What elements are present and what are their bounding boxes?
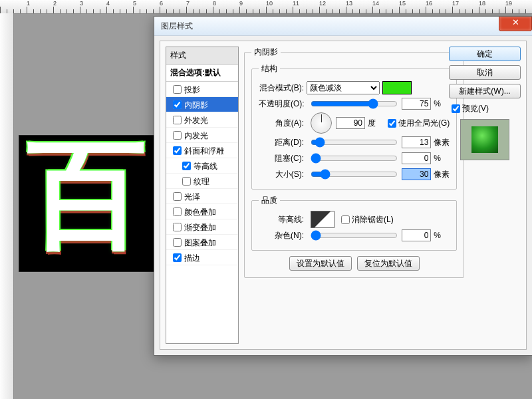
antialias-label: 消除锯齿(L) bbox=[352, 214, 394, 225]
preview-thumbnail bbox=[460, 119, 509, 160]
style-label: 外发光 bbox=[184, 116, 208, 125]
style-label: 渐变叠加 bbox=[184, 223, 216, 232]
styles-column: 样式 混合选项:默认 投影内阴影外发光内发光斜面和浮雕等高线纹理光泽颜色叠加渐变… bbox=[166, 47, 239, 344]
style-label: 纹理 bbox=[194, 177, 209, 186]
style-checkbox[interactable] bbox=[173, 238, 182, 247]
style-checkbox[interactable] bbox=[173, 253, 182, 262]
style-label: 图案叠加 bbox=[184, 238, 216, 247]
noise-unit: % bbox=[434, 231, 450, 240]
size-slider[interactable] bbox=[311, 169, 398, 180]
preview-checkbox[interactable] bbox=[452, 104, 460, 113]
style-label: 斜面和浮雕 bbox=[184, 146, 224, 156]
contour-picker[interactable] bbox=[311, 211, 334, 228]
style-checkbox[interactable] bbox=[173, 116, 182, 124]
style-checkbox[interactable] bbox=[173, 192, 182, 201]
style-checkbox[interactable] bbox=[173, 207, 182, 216]
blend-mode-label: 混合模式(B): bbox=[259, 82, 304, 94]
style-item-光泽[interactable]: 光泽 bbox=[166, 189, 238, 204]
style-checkbox[interactable] bbox=[173, 131, 182, 140]
dialog-titlebar[interactable]: 图层样式 ✕ bbox=[154, 17, 532, 36]
choke-input[interactable] bbox=[402, 152, 431, 164]
style-label: 内阴影 bbox=[184, 100, 208, 110]
use-global-light[interactable] bbox=[388, 119, 396, 128]
group-quality-title: 品质 bbox=[259, 195, 280, 206]
blend-mode-select[interactable]: 颜色减淡 bbox=[307, 81, 380, 94]
close-button[interactable]: ✕ bbox=[499, 17, 532, 31]
ruler-horizontal: 12345678910111213141516171819 bbox=[0, 0, 532, 14]
opacity-slider[interactable] bbox=[311, 98, 398, 109]
distance-unit: 像素 bbox=[434, 137, 450, 148]
panel-title: 内阴影 bbox=[251, 47, 281, 58]
style-label: 内发光 bbox=[184, 131, 208, 140]
angle-input[interactable] bbox=[336, 117, 365, 129]
new-style-button[interactable]: 新建样式(W)... bbox=[449, 84, 521, 98]
panel-fieldset-outer: 内阴影 结构 混合模式(B): 颜色减淡 不透明度(O): bbox=[244, 47, 464, 278]
cancel-button[interactable]: 取消 bbox=[449, 65, 521, 80]
style-checkbox[interactable] bbox=[173, 146, 182, 155]
ruler-vertical bbox=[0, 13, 14, 399]
size-unit: 像素 bbox=[434, 169, 450, 180]
option-panel: 内阴影 结构 混合模式(B): 颜色减淡 不透明度(O): bbox=[244, 47, 440, 344]
style-item-描边[interactable]: 描边 bbox=[166, 250, 238, 265]
style-item-图案叠加[interactable]: 图案叠加 bbox=[166, 235, 238, 250]
style-checkbox[interactable] bbox=[182, 177, 191, 186]
style-checkbox[interactable] bbox=[173, 100, 182, 109]
size-input[interactable] bbox=[402, 168, 431, 180]
group-structure-title: 结构 bbox=[259, 63, 280, 74]
set-default-button[interactable]: 设置为默认值 bbox=[289, 256, 352, 271]
choke-unit: % bbox=[434, 154, 450, 163]
angle-label: 角度(A): bbox=[259, 118, 304, 129]
style-label: 投影 bbox=[184, 85, 200, 94]
style-item-内阴影[interactable]: 内阴影 bbox=[166, 97, 238, 112]
opacity-unit: % bbox=[434, 99, 450, 108]
group-quality: 品质 等高线: 消除锯齿(L) 杂色(N): % bbox=[251, 195, 457, 251]
document-canvas[interactable]: 百 bbox=[19, 135, 155, 272]
contour-label: 等高线: bbox=[259, 214, 304, 225]
style-checkbox[interactable] bbox=[173, 85, 182, 94]
workspace: 12345678910111213141516171819 百 图层样式 ✕ 样… bbox=[0, 0, 532, 399]
style-item-渐变叠加[interactable]: 渐变叠加 bbox=[166, 219, 238, 235]
style-label: 等高线 bbox=[194, 162, 217, 171]
dialog-title: 图层样式 bbox=[161, 21, 193, 31]
use-global-label: 使用全局光(G) bbox=[398, 118, 450, 129]
ok-button[interactable]: 确定 bbox=[449, 47, 521, 61]
style-item-斜面和浮雕[interactable]: 斜面和浮雕 bbox=[166, 143, 238, 158]
noise-label: 杂色(N): bbox=[259, 230, 304, 241]
styles-header[interactable]: 样式 bbox=[166, 47, 238, 65]
noise-input[interactable] bbox=[402, 229, 431, 241]
angle-dial[interactable] bbox=[311, 112, 332, 134]
noise-slider[interactable] bbox=[311, 230, 398, 241]
style-item-颜色叠加[interactable]: 颜色叠加 bbox=[166, 204, 238, 219]
dialog-side-buttons: 确定 取消 新建样式(W)... 预览(V) bbox=[449, 47, 521, 160]
style-checkbox[interactable] bbox=[173, 223, 182, 231]
distance-input[interactable] bbox=[402, 136, 431, 148]
restore-default-button[interactable]: 复位为默认值 bbox=[357, 256, 420, 271]
opacity-label: 不透明度(O): bbox=[259, 98, 304, 110]
style-checkbox[interactable] bbox=[182, 162, 191, 170]
layer-style-dialog: 图层样式 ✕ 样式 混合选项:默认 投影内阴影外发光内发光斜面和浮雕等高线纹理光… bbox=[154, 16, 532, 356]
distance-label: 距离(D): bbox=[259, 137, 304, 148]
preview-label: 预览(V) bbox=[462, 103, 489, 114]
antialias-checkbox[interactable] bbox=[341, 215, 350, 224]
style-label: 描边 bbox=[184, 253, 200, 263]
choke-label: 阻塞(C): bbox=[259, 153, 304, 164]
style-item-投影[interactable]: 投影 bbox=[166, 82, 238, 97]
blend-defaults[interactable]: 混合选项:默认 bbox=[166, 65, 238, 82]
style-item-内发光[interactable]: 内发光 bbox=[166, 128, 238, 143]
style-label: 颜色叠加 bbox=[184, 207, 216, 217]
blend-color-swatch[interactable] bbox=[382, 81, 412, 94]
style-item-外发光[interactable]: 外发光 bbox=[166, 112, 238, 128]
style-item-等高线[interactable]: 等高线 bbox=[166, 158, 238, 174]
style-label: 光泽 bbox=[184, 192, 200, 201]
opacity-input[interactable] bbox=[402, 98, 431, 110]
text-layer-glyph: 百 bbox=[27, 115, 147, 276]
dialog-body: 样式 混合选项:默认 投影内阴影外发光内发光斜面和浮雕等高线纹理光泽颜色叠加渐变… bbox=[160, 41, 527, 350]
style-item-纹理[interactable]: 纹理 bbox=[166, 174, 238, 189]
distance-slider[interactable] bbox=[311, 137, 398, 148]
angle-unit: 度 bbox=[368, 118, 384, 129]
styles-list: 投影内阴影外发光内发光斜面和浮雕等高线纹理光泽颜色叠加渐变叠加图案叠加描边 bbox=[166, 82, 238, 265]
group-structure: 结构 混合模式(B): 颜色减淡 不透明度(O): bbox=[251, 63, 457, 190]
choke-slider[interactable] bbox=[311, 153, 398, 164]
size-label: 大小(S): bbox=[259, 169, 304, 180]
